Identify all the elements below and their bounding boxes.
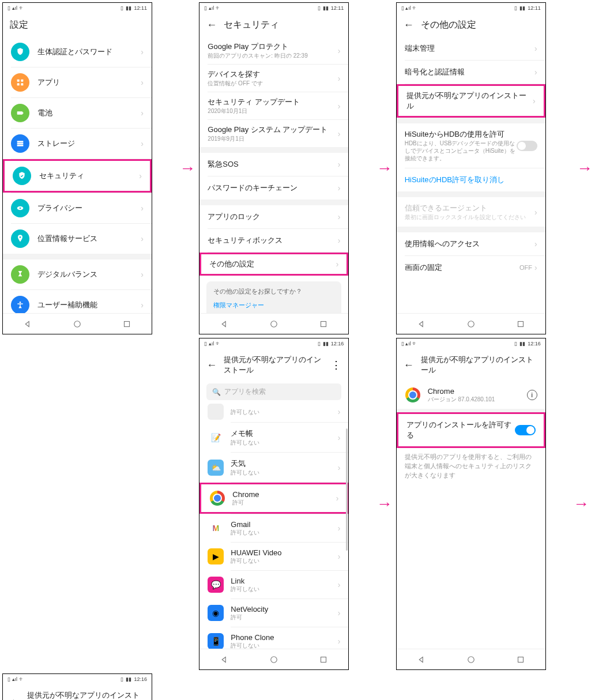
settings-row-battery[interactable]: 電池› [3, 98, 152, 128]
back-icon[interactable]: ← [10, 695, 20, 701]
back-icon[interactable]: ← [206, 359, 217, 371]
app-row[interactable]: ◉NetVelocity許可› [199, 599, 348, 627]
svg-point-12 [20, 302, 21, 303]
app-row[interactable]: Chrome許可› [199, 483, 348, 514]
nav-back-icon[interactable] [416, 654, 427, 665]
settings-row-pin[interactable]: 位置情報サービス› [3, 224, 152, 254]
chevron-right-icon: › [141, 47, 144, 57]
back-icon[interactable]: ← [206, 19, 217, 31]
allow-install-row[interactable]: アプリのインストールを許可する [397, 412, 545, 448]
app-icon: 📱 [208, 633, 224, 649]
permission-manager-link[interactable]: 権限マネージャー [213, 299, 334, 311]
app-row[interactable]: 許可しない› [199, 404, 348, 422]
list-row[interactable]: 使用情報へのアクセス› [397, 232, 545, 255]
back-icon[interactable]: ← [404, 359, 414, 371]
list-row[interactable]: 緊急SOS› [199, 153, 348, 176]
list-row[interactable]: デバイスを探す位置情報が OFF です› [199, 65, 348, 92]
nav-recent-icon[interactable] [515, 319, 526, 329]
back-icon[interactable]: ← [404, 19, 414, 31]
row-label: ユーザー補助機能 [37, 300, 141, 310]
settings-row-check[interactable]: セキュリティ› [3, 159, 152, 193]
nav-back-icon[interactable] [22, 319, 33, 329]
app-icon: ◉ [208, 605, 224, 621]
app-status: 許可しない [231, 469, 337, 476]
row-label: 緊急SOS [208, 159, 337, 170]
row-label: 位置情報サービス [37, 234, 141, 244]
settings-row-shield[interactable]: 生体認証とパスワード› [3, 37, 152, 67]
row-label: 使用情報へのアクセス [405, 239, 534, 249]
app-name: メモ帳 [231, 428, 337, 439]
nav-home-icon[interactable] [72, 319, 82, 329]
check-icon [13, 167, 31, 185]
chevron-right-icon: › [336, 259, 339, 269]
security-list[interactable]: Google Play プロテクト前回のアプリのスキャン: 昨日の 22:39›… [199, 37, 348, 313]
hdb-revoke-link[interactable]: HiSuiteのHDB許可を取り消し [405, 175, 537, 185]
app-name: 天気 [231, 458, 337, 469]
app-search-input[interactable]: 🔍 アプリを検索 [206, 383, 341, 400]
svg-rect-23 [518, 657, 523, 662]
chevron-right-icon: › [338, 101, 341, 111]
app-name: NetVelocity [231, 605, 337, 614]
settings-row-eye[interactable]: プライバシー› [3, 193, 152, 223]
nav-home-icon[interactable] [466, 654, 476, 665]
app-status: 許可しない [231, 642, 337, 649]
list-row[interactable]: 端末管理› [397, 37, 545, 60]
nav-back-icon[interactable] [219, 654, 229, 665]
settings-row-storage[interactable]: ストレージ› [3, 129, 152, 159]
nav-home-icon[interactable] [269, 654, 279, 665]
unknown-sources-row[interactable]: 提供元が不明なアプリのインストール› [397, 84, 545, 118]
nav-recent-icon[interactable] [318, 319, 329, 329]
nav-recent-icon[interactable] [122, 319, 132, 329]
settings-list[interactable]: 生体認証とパスワード›アプリ›電池›ストレージ›セキュリティ›プライバシー›位置… [3, 37, 152, 313]
list-row[interactable]: 暗号化と認証情報› [397, 61, 545, 84]
list-row[interactable]: Google Play システム アップデート2019年9月1日› [199, 120, 348, 147]
allow-install-toggle[interactable] [515, 425, 536, 435]
row-value: OFF [519, 264, 532, 271]
suggestions-box: その他の設定をお探しですか？権限マネージャーツインアプリ [206, 281, 341, 313]
search-placeholder: アプリを検索 [224, 387, 266, 397]
status-bar: ▯ ▴ıl ᯤ ▯▮▮12:11 [199, 3, 348, 13]
hdb-toggle[interactable] [517, 141, 537, 151]
chevron-right-icon: › [141, 139, 144, 148]
settings-row-hourglass[interactable]: デジタルバランス› [3, 259, 152, 289]
apps-list[interactable]: 許可しない›📝メモ帳許可しない›⛅天気許可しない›Chrome許可›MGmail… [199, 404, 348, 649]
app-row[interactable]: MGmail許可しない› [199, 514, 348, 542]
nav-home-icon[interactable] [466, 319, 476, 329]
scrollbar[interactable] [346, 428, 348, 551]
nav-recent-icon[interactable] [515, 654, 526, 665]
nav-back-icon[interactable] [416, 319, 427, 329]
chevron-right-icon: › [141, 300, 144, 310]
list-row[interactable]: 画面の固定OFF› [397, 256, 545, 279]
nav-home-icon[interactable] [269, 319, 279, 329]
app-row[interactable]: 📱Phone Clone許可しない› [199, 627, 348, 649]
other-settings-row[interactable]: その他の設定› [199, 253, 348, 276]
list-row[interactable]: Google Play プロテクト前回のアプリのスキャン: 昨日の 22:39› [199, 37, 348, 64]
more-icon[interactable]: ⋮ [331, 359, 341, 371]
nav-bar [199, 313, 348, 334]
app-row[interactable]: ⛅天気許可しない› [199, 453, 348, 482]
settings-row-accessibility[interactable]: ユーザー補助機能› [3, 290, 152, 313]
list-row[interactable]: セキュリティボックス› [199, 229, 348, 252]
app-row[interactable]: 📝メモ帳許可しない› [199, 423, 348, 452]
page-title: 提供元が不明なアプリのインストール [27, 690, 145, 700]
app-row[interactable]: ▶HUAWEI Video許可しない› [199, 543, 348, 570]
chevron-right-icon: › [338, 552, 341, 561]
row-label: プライバシー [37, 203, 141, 213]
info-icon[interactable]: i [527, 390, 537, 400]
nav-back-icon[interactable] [219, 319, 229, 329]
svg-rect-0 [17, 80, 20, 82]
detail-header: ← 提供元が不明なアプリのインストール [3, 684, 152, 700]
settings-row-grid[interactable]: アプリ› [3, 67, 152, 97]
row-label: 電池 [37, 108, 141, 118]
app-row[interactable]: 💬Link許可しない› [199, 571, 348, 599]
nav-recent-icon[interactable] [318, 654, 329, 665]
app-name: Gmail [231, 520, 337, 529]
arrow-icon: → [376, 495, 393, 513]
other-list[interactable]: 端末管理›暗号化と認証情報›提供元が不明なアプリのインストール›HiSuiteか… [397, 37, 545, 313]
hdb-row[interactable]: HiSuiteからHDBの使用を許可HDBにより、USBデバッグモードの使用なし… [397, 123, 545, 168]
list-row[interactable]: アプリのロック› [199, 205, 348, 228]
hdb-revoke-row[interactable]: HiSuiteのHDB許可を取り消し [397, 168, 545, 191]
list-row[interactable]: パスワードのキーチェーン› [199, 176, 348, 200]
list-row[interactable]: セキュリティ アップデート2020年10月1日› [199, 92, 348, 119]
svg-point-20 [271, 656, 277, 663]
